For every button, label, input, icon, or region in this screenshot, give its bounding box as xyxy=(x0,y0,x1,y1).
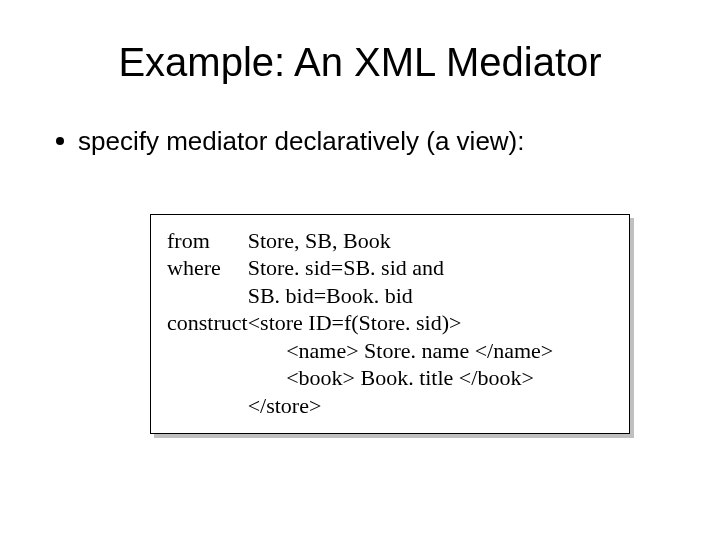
where-clause-1: Store. sid=SB. sid and xyxy=(248,254,554,282)
keyword-blank-4 xyxy=(167,392,248,420)
code-row-construct-3: <book> Book. title </book> xyxy=(167,364,553,392)
construct-line-1: <store ID=f(Store. sid)> xyxy=(248,309,554,337)
keyword-blank-3 xyxy=(167,364,248,392)
bullet-item: specify mediator declaratively (a view): xyxy=(56,125,670,159)
code-row-construct-2: <name> Store. name </name> xyxy=(167,337,553,365)
bullet-text: specify mediator declaratively (a view): xyxy=(78,125,525,159)
code-row-construct-1: construct <store ID=f(Store. sid)> xyxy=(167,309,553,337)
keyword-blank-2 xyxy=(167,337,248,365)
code-box: from Store, SB, Book where Store. sid=SB… xyxy=(150,214,630,435)
construct-line-3: <book> Book. title </book> xyxy=(248,364,554,392)
keyword-blank-1 xyxy=(167,282,248,310)
keyword-construct: construct xyxy=(167,309,248,337)
construct-line-4: </store> xyxy=(248,392,554,420)
code-row-where-2: SB. bid=Book. bid xyxy=(167,282,553,310)
bullet-dot-icon xyxy=(56,137,64,145)
code-table: from Store, SB, Book where Store. sid=SB… xyxy=(167,227,553,420)
code-box-content: from Store, SB, Book where Store. sid=SB… xyxy=(150,214,630,435)
code-row-from: from Store, SB, Book xyxy=(167,227,553,255)
from-clause: Store, SB, Book xyxy=(248,227,554,255)
keyword-from: from xyxy=(167,227,248,255)
code-row-where-1: where Store. sid=SB. sid and xyxy=(167,254,553,282)
slide-title: Example: An XML Mediator xyxy=(50,40,670,85)
code-row-construct-4: </store> xyxy=(167,392,553,420)
construct-line-2: <name> Store. name </name> xyxy=(248,337,554,365)
where-clause-2: SB. bid=Book. bid xyxy=(248,282,554,310)
slide: Example: An XML Mediator specify mediato… xyxy=(0,0,720,540)
keyword-where: where xyxy=(167,254,248,282)
